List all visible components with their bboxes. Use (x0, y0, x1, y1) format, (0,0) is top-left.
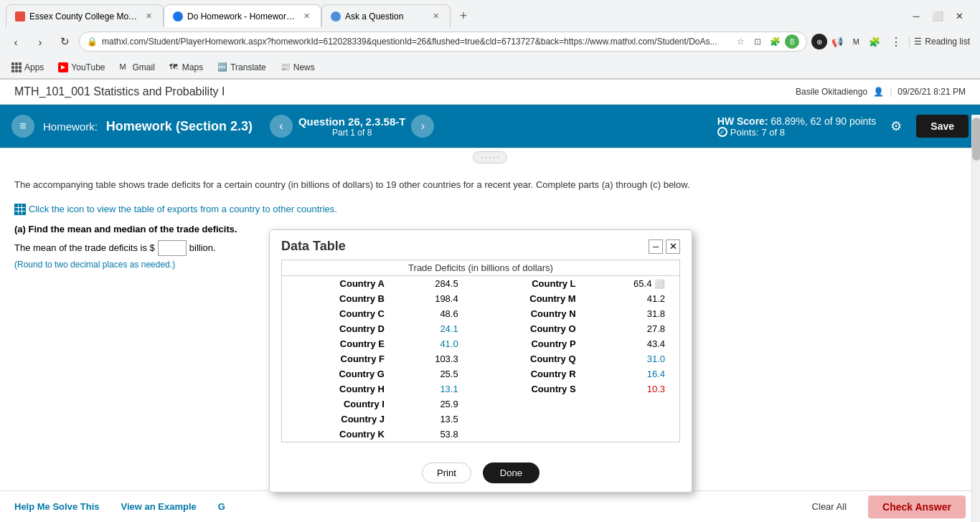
value-left: 13.1 (389, 381, 473, 397)
value-left: 103.3 (389, 351, 473, 366)
modal-close-button[interactable]: ✕ (666, 239, 680, 254)
value-left: 25.5 (389, 366, 473, 381)
save-button[interactable]: Save (916, 115, 969, 138)
country-left: Country G (282, 366, 389, 381)
value-left: 24.1 (389, 321, 473, 336)
ext-icon-puzzle[interactable]: 🧩 (866, 33, 883, 50)
bookmark-news[interactable]: 📰 News (275, 61, 321, 74)
done-button[interactable]: Done (483, 462, 540, 483)
tab-moodle[interactable]: Essex County College Moodlero... ✕ (6, 4, 164, 27)
value-right: 10.3 (580, 381, 680, 397)
value-right: 43.4 (580, 336, 680, 351)
tab-question-close[interactable]: ✕ (430, 11, 441, 22)
table-row: Country H13.1Country S10.3 (282, 381, 680, 397)
refresh-button[interactable]: ↻ (55, 32, 75, 52)
view-example-link[interactable]: View an Example (121, 501, 196, 512)
country-left: Country D (282, 321, 389, 336)
lock-icon: 🔒 (87, 37, 98, 47)
value-left: 48.6 (389, 306, 473, 321)
chrome-menu-button[interactable]: ⋮ (887, 33, 905, 50)
tab-mathxl[interactable]: Do Homework - Homework (Sec... ✕ (164, 4, 321, 27)
table-row: Country E41.0Country P43.4 (282, 336, 680, 351)
scrollbar[interactable] (971, 115, 980, 522)
value-left: 41.0 (389, 336, 473, 351)
ext-icon-megaphone[interactable]: 📢 (829, 33, 846, 50)
value-right: 27.8 (580, 321, 680, 336)
G-link[interactable]: G (218, 501, 225, 512)
news-icon: 📰 (281, 62, 291, 72)
modal-minimize-button[interactable]: ─ (649, 239, 663, 254)
bookmark-gmail-label: Gmail (133, 62, 155, 72)
value-left: 25.9 (389, 397, 473, 412)
bookmark-maps[interactable]: 🗺 Maps (164, 61, 209, 74)
mathxl-favicon (173, 11, 183, 22)
bottom-toolbar: Help Me Solve This View an Example G Cle… (0, 490, 980, 522)
close-button[interactable]: ✕ (950, 6, 969, 25)
table-row: Country K53.8 (282, 427, 680, 442)
star-icon[interactable]: ☆ (733, 34, 748, 49)
country-right: Country Q (473, 351, 580, 366)
hint-text: (Round to two decimal places as needed.) (14, 260, 175, 270)
table-row: Country C48.6Country N31.8 (282, 306, 680, 321)
extension-puzzle-icon[interactable]: 🧩 (768, 34, 782, 49)
address-bar[interactable]: 🔒 mathxl.com/Student/PlayerHomework.aspx… (79, 32, 807, 52)
reading-list-button[interactable]: ☰ Reading list (909, 37, 974, 47)
country-right: Country M (473, 291, 580, 306)
trade-deficits-table: Trade Deficits (in billions of dollars) … (281, 260, 680, 442)
back-button[interactable]: ‹ (6, 32, 26, 52)
bookmark-maps-label: Maps (182, 62, 203, 72)
print-button[interactable]: Print (422, 462, 471, 483)
hw-score-section: HW Score: 68.89%, 62 of 90 points ✓ Poin… (717, 115, 877, 138)
forward-button[interactable]: › (30, 32, 50, 52)
country-left: Country K (282, 427, 389, 442)
user-info: Basile Okitadiengo 👤 | 09/26/21 8:21 PM (796, 87, 966, 97)
next-question-button[interactable]: › (411, 115, 434, 138)
value-right: 16.4 (580, 366, 680, 381)
user-icon[interactable]: 👤 (873, 87, 884, 97)
mean-input[interactable] (158, 240, 187, 256)
value-left: 53.8 (389, 427, 473, 442)
sidebar-toggle-button[interactable]: ≡ (11, 115, 34, 138)
hw-title: Homework (Section 2.3) (106, 119, 253, 134)
help-solve-link[interactable]: Help Me Solve This (14, 501, 99, 512)
country-right: Country P (473, 336, 580, 351)
tab-question-title: Ask a Question (345, 11, 425, 22)
ext-icon-1[interactable]: ⊕ (811, 34, 827, 49)
hw-score-line: HW Score: 68.89%, 62 of 90 points (717, 115, 877, 127)
new-tab-button[interactable]: + (453, 6, 473, 26)
settings-button[interactable]: ⚙ (885, 115, 908, 138)
collapse-toggle[interactable]: · · · · · (473, 151, 507, 163)
bookmark-translate[interactable]: 🔤 Translate (212, 61, 272, 74)
tab-question[interactable]: Ask a Question ✕ (321, 4, 451, 27)
value-left: 198.4 (389, 291, 473, 306)
prev-question-button[interactable]: ‹ (270, 115, 293, 138)
country-right: Country L (473, 276, 580, 292)
bookmark-gmail[interactable]: M Gmail (114, 61, 161, 74)
scrollbar-thumb[interactable] (972, 118, 980, 161)
value-right: 41.2 (580, 291, 680, 306)
ext-icon-m[interactable]: M (847, 33, 864, 50)
minimize-button[interactable]: ─ (907, 6, 925, 25)
bookmark-apps[interactable]: Apps (6, 61, 50, 74)
table-row: Country J13.5 (282, 412, 680, 427)
profile-avatar[interactable]: B (785, 34, 799, 49)
country-left: Country F (282, 351, 389, 366)
country-left: Country J (282, 412, 389, 427)
tab-bar: Essex County College Moodlero... ✕ Do Ho… (0, 0, 980, 27)
cast-icon[interactable]: ⊡ (750, 34, 765, 49)
table-icon-button[interactable]: Click the icon to view the table of expo… (14, 204, 337, 215)
hw-navigation: ‹ Question 26, 2.3.58-T Part 1 of 8 › (270, 115, 435, 138)
clear-all-button[interactable]: Clear All (812, 501, 847, 512)
reading-list-label: Reading list (925, 37, 970, 47)
country-right: Country R (473, 366, 580, 381)
bookmark-youtube[interactable]: ▶ YouTube (52, 61, 110, 74)
expand-icon[interactable]: ⬜ (654, 279, 665, 289)
translate-icon: 🔤 (217, 62, 227, 72)
maximize-button[interactable]: ⬜ (928, 6, 947, 25)
tab-moodle-close[interactable]: ✕ (143, 11, 154, 22)
country-left: Country C (282, 306, 389, 321)
value-right: 31.8 (580, 306, 680, 321)
value-left: 284.5 (389, 276, 473, 292)
tab-mathxl-close[interactable]: ✕ (301, 11, 312, 22)
check-answer-button[interactable]: Check Answer (868, 495, 966, 518)
